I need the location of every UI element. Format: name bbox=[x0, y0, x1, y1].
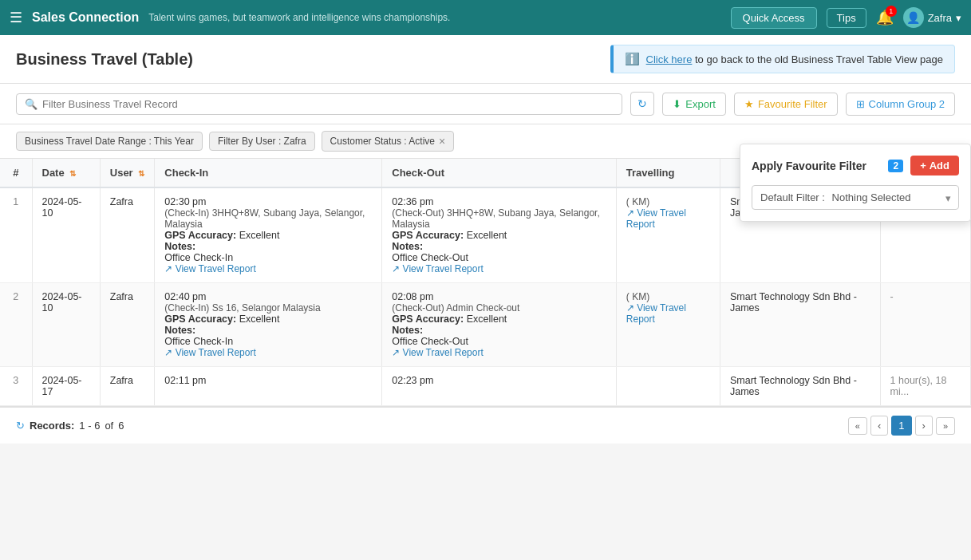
user-avatar: 👤 bbox=[903, 7, 924, 28]
cell-extra: - bbox=[880, 283, 970, 367]
records-info: ↻ Records: 1 - 6 of 6 bbox=[16, 420, 124, 432]
tips-button[interactable]: Tips bbox=[827, 8, 866, 28]
filter-date-range[interactable]: Business Travel Date Range : This Year bbox=[16, 132, 203, 151]
tagline: Talent wins games, but teamwork and inte… bbox=[148, 12, 720, 23]
checkout-travel-report-link[interactable]: ↗ View Travel Report bbox=[392, 263, 484, 274]
page-title: Business Travel (Table) bbox=[16, 50, 193, 69]
records-total: 6 bbox=[118, 420, 124, 432]
cell-num: 2 bbox=[0, 283, 32, 367]
page-last-button[interactable]: » bbox=[936, 417, 955, 435]
quick-access-button[interactable]: Quick Access bbox=[731, 7, 817, 29]
cell-user: Zafra bbox=[100, 187, 155, 283]
fav-panel-title: Apply Favourite Filter bbox=[752, 160, 866, 172]
add-icon: + bbox=[920, 160, 926, 172]
info-link[interactable]: Click here bbox=[646, 53, 693, 65]
cell-checkout: 02:36 pm (Check-Out) 3HHQ+8W, Subang Jay… bbox=[382, 187, 617, 283]
export-label: Export bbox=[685, 98, 716, 110]
export-button[interactable]: ⬇ Export bbox=[662, 93, 726, 116]
bell-badge: 1 bbox=[886, 6, 897, 17]
column-icon: ⊞ bbox=[856, 98, 865, 110]
table-row: 3 2024-05-17 Zafra 02:11 pm 02:23 pm Sma… bbox=[0, 367, 971, 406]
page-next-button[interactable]: › bbox=[915, 416, 933, 436]
cell-customer: Smart Technology Sdn Bhd - James bbox=[720, 283, 880, 367]
search-input[interactable] bbox=[42, 98, 614, 110]
user-name: Zafra bbox=[928, 12, 952, 24]
records-range: 1 - 6 bbox=[79, 420, 100, 432]
cell-user: Zafra bbox=[100, 367, 155, 406]
default-filter-value: Nothing Selected bbox=[832, 191, 911, 203]
filter-date-range-label: Business Travel Date Range : This Year bbox=[25, 136, 194, 147]
hamburger-icon[interactable]: ☰ bbox=[10, 9, 22, 26]
col-travelling: Travelling bbox=[616, 159, 720, 187]
col-checkout: Check-Out bbox=[382, 159, 617, 187]
page-header: Business Travel (Table) ℹ️ Click here to… bbox=[0, 35, 971, 84]
sort-date-icon: ⇅ bbox=[69, 169, 76, 178]
col-date[interactable]: Date ⇅ bbox=[32, 159, 100, 187]
user-menu[interactable]: 👤 Zafra ▾ bbox=[903, 7, 961, 28]
cell-checkin: 02:30 pm (Check-In) 3HHQ+8W, Subang Jaya… bbox=[155, 187, 382, 283]
export-icon: ⬇ bbox=[673, 98, 681, 110]
travelling-report-link[interactable]: ↗ View Travel Report bbox=[626, 302, 710, 325]
cell-num: 3 bbox=[0, 367, 32, 406]
default-filter-label: Default Filter : bbox=[760, 191, 825, 203]
top-nav: ☰ Sales Connection Talent wins games, bu… bbox=[0, 0, 971, 35]
cell-user: Zafra bbox=[100, 283, 155, 367]
cell-checkout: 02:08 pm (Check-Out) Admin Check-out GPS… bbox=[382, 283, 617, 367]
col-checkin: Check-In bbox=[155, 159, 382, 187]
user-chevron-icon: ▾ bbox=[956, 12, 961, 24]
cell-travelling: ( KM) ↗ View Travel Report bbox=[616, 187, 720, 283]
filter-customer-status-close[interactable]: × bbox=[439, 135, 445, 148]
records-of: of bbox=[105, 420, 113, 432]
favourite-filter-button[interactable]: ★ Favourite Filter bbox=[734, 93, 838, 116]
default-filter-wrap: Default Filter : Nothing Selected ▾ bbox=[752, 185, 959, 210]
sort-user-icon: ⇅ bbox=[138, 169, 144, 178]
add-label: Add bbox=[930, 160, 949, 172]
toolbar: 🔍 ↻ ⬇ Export ★ Favourite Filter ⊞ Column… bbox=[0, 84, 971, 124]
pagination: « ‹ 1 › » bbox=[848, 416, 955, 436]
cell-date: 2024-05-17 bbox=[32, 367, 100, 406]
search-wrap: 🔍 bbox=[16, 93, 622, 115]
filter-by-user-label: Filter By User : Zafra bbox=[218, 136, 306, 147]
cell-date: 2024-05-10 bbox=[32, 283, 100, 367]
add-filter-button[interactable]: + Add bbox=[910, 156, 959, 175]
cell-date: 2024-05-10 bbox=[32, 187, 100, 283]
cell-customer: Smart Technology Sdn Bhd - James bbox=[720, 367, 880, 406]
checkout-travel-report-link[interactable]: ↗ View Travel Report bbox=[392, 347, 484, 358]
table-row: 2 2024-05-10 Zafra 02:40 pm (Check-In) S… bbox=[0, 283, 971, 367]
status-bar: ↻ Records: 1 - 6 of 6 « ‹ 1 › » bbox=[0, 407, 971, 444]
checkin-travel-report-link[interactable]: ↗ View Travel Report bbox=[164, 347, 256, 358]
fav-panel-header: Apply Favourite Filter 2 + Add bbox=[752, 156, 959, 175]
col-user[interactable]: User ⇅ bbox=[100, 159, 155, 187]
cell-travelling: ( KM) ↗ View Travel Report bbox=[616, 283, 720, 367]
col-group-label: Column Group 2 bbox=[869, 98, 945, 110]
filter-customer-status[interactable]: Customer Status : Active × bbox=[322, 131, 455, 152]
search-icon: 🔍 bbox=[25, 98, 37, 110]
tips-label: Tips bbox=[837, 12, 856, 24]
fav-panel: Apply Favourite Filter 2 + Add Default F… bbox=[740, 144, 971, 222]
cell-travelling bbox=[616, 367, 720, 406]
brand-name: Sales Connection bbox=[32, 10, 139, 25]
star-icon: ★ bbox=[744, 98, 754, 110]
info-text: to go back to the old Business Travel Ta… bbox=[692, 53, 943, 65]
info-icon: ℹ️ bbox=[625, 52, 640, 66]
fav-filter-label: Favourite Filter bbox=[758, 98, 827, 110]
refresh-button[interactable]: ↻ bbox=[630, 92, 654, 116]
default-filter-select[interactable]: Default Filter : Nothing Selected bbox=[752, 185, 959, 210]
info-banner: ℹ️ Click here to go back to the old Busi… bbox=[610, 45, 955, 73]
checkin-travel-report-link[interactable]: ↗ View Travel Report bbox=[164, 263, 256, 274]
page-current-button[interactable]: 1 bbox=[891, 416, 911, 436]
cell-checkin: 02:40 pm (Check-In) Ss 16, Selangor Mala… bbox=[155, 283, 382, 367]
page-first-button[interactable]: « bbox=[848, 417, 867, 435]
fav-badge: 2 bbox=[888, 160, 903, 172]
bell-icon[interactable]: 🔔1 bbox=[876, 9, 894, 26]
cell-checkout: 02:23 pm bbox=[382, 367, 617, 406]
refresh-status-icon[interactable]: ↻ bbox=[16, 420, 25, 432]
filter-customer-status-label: Customer Status : Active bbox=[330, 136, 435, 147]
page-prev-button[interactable]: ‹ bbox=[870, 416, 888, 436]
travelling-report-link[interactable]: ↗ View Travel Report bbox=[626, 207, 710, 230]
records-label: Records: bbox=[30, 420, 74, 432]
filter-by-user[interactable]: Filter By User : Zafra bbox=[209, 132, 315, 151]
col-num: # bbox=[0, 159, 32, 187]
column-group-button[interactable]: ⊞ Column Group 2 bbox=[846, 93, 955, 116]
quick-access-label: Quick Access bbox=[743, 12, 805, 24]
